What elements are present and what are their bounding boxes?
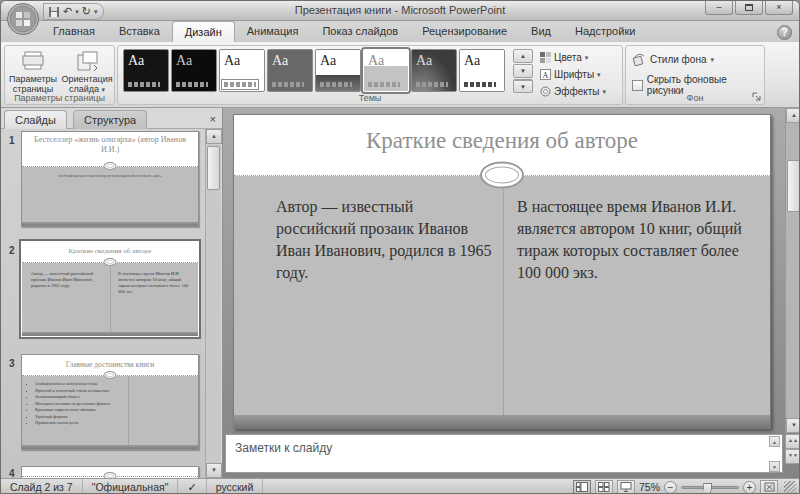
undo-icon[interactable]: ↶	[63, 5, 72, 18]
tab-addins[interactable]: Надстройки	[563, 21, 647, 42]
thumb-bullet: Красивая современная обложка.	[35, 407, 124, 413]
tab-animation[interactable]: Анимация	[235, 21, 311, 42]
scroll-down-icon[interactable]: ▼	[206, 463, 222, 478]
hide-background-checkbox[interactable]	[632, 80, 643, 91]
thumb-column-divider	[110, 263, 111, 334]
themes-more-button[interactable]: ▼	[513, 79, 533, 93]
office-button-icon[interactable]	[6, 2, 40, 36]
theme-thumbnail[interactable]: Aa	[267, 49, 313, 92]
theme-color-swatches	[176, 82, 208, 87]
redo-icon[interactable]: ↻	[82, 5, 91, 18]
scroll-down-icon[interactable]: ▼	[786, 418, 800, 433]
background-styles-label: Стили фона	[650, 54, 706, 65]
theme-thumbnail[interactable]: Aa	[219, 49, 265, 92]
slide-right-text[interactable]: В настоящее время Иванов И.И. является а…	[517, 196, 755, 284]
thumb-ornament	[104, 472, 117, 478]
theme-thumbnail[interactable]: Aa	[123, 49, 169, 92]
thumb-footer-strip	[22, 332, 198, 336]
notes-pane[interactable]: Заметки к слайду ▲ ▼	[225, 434, 783, 473]
slide-title[interactable]: Краткие сведения об авторе	[234, 128, 770, 154]
main-scrollbar[interactable]: ▲ ▼	[785, 108, 800, 433]
background-group-label: Фон	[626, 93, 764, 103]
pane-scrollbar-thumb[interactable]	[207, 146, 220, 190]
tab-design[interactable]: Дизайн	[172, 21, 235, 42]
slide-thumbnail-2-selected[interactable]: Краткие сведения об авторе Автор — извес…	[21, 241, 199, 337]
colors-icon	[540, 52, 551, 63]
slide-thumbnails: 1 Бестселлер «жизнь олигарха» (автор Ива…	[1, 129, 205, 478]
thumb-bullet: Удобный формат.	[35, 414, 124, 420]
zoom-level-label[interactable]: 75%	[639, 481, 660, 493]
page-setup-icon	[21, 50, 45, 72]
slide-thumbnail-4[interactable]	[21, 466, 199, 478]
themes-scroll-down-button[interactable]: ▼	[513, 64, 533, 78]
themes-scroll-up-button[interactable]: ▲	[513, 49, 533, 63]
thumb-column-divider	[128, 376, 129, 447]
normal-view-button[interactable]	[573, 480, 591, 494]
zoom-in-button[interactable]: +	[743, 481, 756, 494]
theme-fonts-button[interactable]: A Шрифты ▾	[540, 67, 620, 82]
next-slide-button[interactable]: ▼▼	[785, 449, 800, 464]
tab-view[interactable]: Вид	[519, 21, 563, 42]
status-bar: Слайд 2 из 7 "Официальная" ✓ русский	[1, 478, 799, 494]
thumb-ornament	[104, 162, 117, 170]
thumb-bullet: Простой и понятный стиль изложения.	[35, 388, 124, 394]
chevron-down-icon: ▾	[597, 71, 601, 79]
previous-slide-button[interactable]: ▲▲	[785, 434, 800, 449]
slideshow-view-button[interactable]	[617, 480, 635, 494]
language-label: русский	[216, 481, 254, 493]
tab-slideshow[interactable]: Показ слайдов	[310, 21, 410, 42]
spellcheck-indicator[interactable]: ✓	[178, 479, 206, 494]
zoom-out-button[interactable]: −	[664, 481, 677, 494]
zoom-slider[interactable]	[681, 486, 739, 489]
scroll-up-icon[interactable]: ▲	[769, 436, 780, 447]
close-pane-icon[interactable]: ×	[210, 113, 216, 125]
scroll-up-icon[interactable]: ▲	[786, 108, 800, 123]
fit-to-window-button[interactable]	[760, 480, 778, 494]
theme-thumbnail[interactable]: Aa	[459, 49, 505, 92]
theme-thumbnail-selected[interactable]: Aa	[363, 49, 409, 92]
slide-sorter-view-button[interactable]	[595, 480, 613, 494]
theme-colors-label: Цвета	[554, 52, 582, 63]
main-scrollbar-thumb[interactable]	[787, 160, 800, 212]
ribbon: Параметры страницы Ориентация слайда ▾ П…	[1, 42, 799, 108]
maximize-button[interactable]	[735, 1, 763, 15]
resize-grip[interactable]	[784, 481, 796, 493]
help-icon[interactable]: ?	[777, 25, 792, 40]
language-indicator[interactable]: русский	[207, 479, 264, 494]
tab-outline[interactable]: Структура	[73, 110, 147, 129]
theme-name-indicator[interactable]: "Официальная"	[83, 479, 179, 494]
close-button[interactable]: ×	[765, 1, 793, 15]
undo-dropdown-icon[interactable]: ▾	[75, 8, 79, 16]
qat-customize-icon[interactable]: ▾	[94, 8, 98, 16]
theme-colors-button[interactable]: Цвета ▾	[540, 50, 620, 65]
save-icon[interactable]	[48, 6, 60, 18]
slide-ornament	[480, 162, 524, 189]
tab-insert[interactable]: Вставка	[107, 21, 172, 42]
scroll-down-icon[interactable]: ▼	[769, 461, 780, 472]
slide-counter[interactable]: Слайд 2 из 7	[1, 479, 83, 494]
slide-number: 2	[9, 245, 15, 256]
minimize-button[interactable]: –	[705, 1, 733, 15]
scroll-up-icon[interactable]: ▲	[206, 129, 222, 144]
background-group: Стили фона ▾ Скрыть фоновые рисунки Фон	[625, 45, 765, 105]
pane-scrollbar[interactable]: ▲ ▼	[205, 129, 221, 478]
slide-orientation-button[interactable]: Ориентация слайда ▾	[61, 50, 113, 94]
page-setup-button[interactable]: Параметры страницы	[7, 50, 59, 94]
theme-thumbnail[interactable]: Aa	[411, 49, 457, 92]
slide-left-text[interactable]: Автор — известный российский прозаик Ива…	[276, 196, 492, 284]
fit-to-window-icon	[764, 482, 775, 492]
tab-home[interactable]: Главная	[41, 21, 107, 42]
slide-thumbnail-3[interactable]: Главные достоинства книги Злободневная и…	[21, 354, 199, 450]
theme-color-swatches	[416, 82, 448, 87]
theme-thumbnail[interactable]: Aa	[315, 49, 361, 92]
thumb-left-text: Автор — известный российский прозаик Ива…	[31, 271, 103, 289]
theme-thumbnail[interactable]: Aa	[171, 49, 217, 92]
slide-thumbnail-1[interactable]: Бестселлер «жизнь олигарха» (автор Ивано…	[21, 131, 199, 227]
notes-placeholder[interactable]: Заметки к слайду	[235, 441, 332, 455]
slide-number: 1	[9, 135, 15, 146]
slide-canvas[interactable]: Краткие сведения об авторе Автор — извес…	[233, 114, 771, 429]
tab-slides[interactable]: Слайды	[4, 110, 67, 129]
background-styles-button[interactable]: Стили фона ▾	[632, 53, 714, 66]
title-bar[interactable]: Презентация книги - Microsoft PowerPoint	[1, 1, 799, 21]
tab-review[interactable]: Рецензирование	[410, 21, 519, 42]
